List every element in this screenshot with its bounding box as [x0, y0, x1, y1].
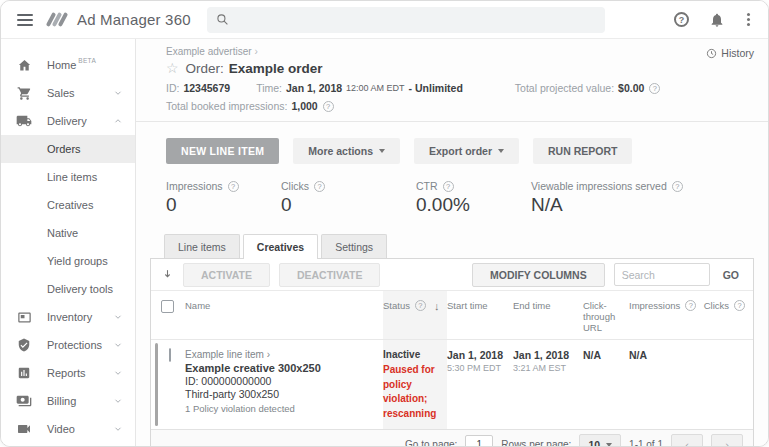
- metric-viewable-impressions: Viewable impressions served? N/A: [531, 180, 683, 216]
- help-tooltip-icon[interactable]: ?: [672, 181, 683, 192]
- chevron-down-icon: [113, 88, 123, 98]
- previous-page-button[interactable]: ‹: [671, 434, 703, 447]
- column-header-clicks[interactable]: Clicks?: [701, 291, 753, 339]
- more-actions-button[interactable]: More actions: [293, 138, 400, 164]
- metric-ctr: CTR? 0.00%: [416, 180, 531, 216]
- inventory-icon: [1, 310, 47, 325]
- cell-impressions: N/A: [629, 340, 701, 429]
- table-search-input[interactable]: [614, 263, 710, 286]
- row-checkbox[interactable]: [169, 348, 171, 362]
- order-id: 12345679: [183, 82, 230, 94]
- navigation-sidebar: Home BETA Sales Delivery Orders Line ite…: [1, 39, 136, 447]
- new-line-item-button[interactable]: NEW LINE ITEM: [166, 138, 279, 164]
- main-content: Example advertiser › History ☆ Order: Ex…: [136, 39, 768, 447]
- booked-impressions: 1,000: [291, 100, 317, 112]
- download-icon[interactable]: [161, 268, 174, 281]
- sidebar-item-delivery-tools[interactable]: Delivery tools: [1, 275, 135, 303]
- sidebar-item-home[interactable]: Home BETA: [1, 51, 135, 79]
- sidebar-item-creatives[interactable]: Creatives: [1, 191, 135, 219]
- cell-end-time: Jan 1, 2018 3:21 AM EST: [513, 340, 583, 429]
- sidebar-item-line-items[interactable]: Line items: [1, 163, 135, 191]
- help-tooltip-icon[interactable]: ?: [685, 300, 696, 311]
- sort-descending-icon[interactable]: ↓: [434, 300, 440, 312]
- order-title-label: Order:: [186, 61, 224, 76]
- help-tooltip-icon[interactable]: ?: [649, 83, 660, 94]
- tab-creatives[interactable]: Creatives: [243, 234, 318, 259]
- status-badge: Inactive: [383, 349, 441, 360]
- tab-line-items[interactable]: Line items: [164, 234, 240, 258]
- cart-icon: [1, 86, 47, 101]
- chevron-up-icon: [113, 116, 123, 126]
- line-item-link[interactable]: Example line item ›: [185, 349, 377, 360]
- column-header-impressions[interactable]: Impressions?: [629, 291, 701, 339]
- policy-violation-note: 1 Policy violation detected: [185, 403, 377, 414]
- modify-columns-button[interactable]: MODIFY COLUMNS: [472, 263, 605, 287]
- home-icon: [1, 58, 47, 73]
- ad-manager-window: Ad Manager 360 ? Home BETA Sales: [0, 0, 769, 447]
- breadcrumb-chevron-icon: ›: [254, 46, 257, 57]
- metrics-row: Impressions? 0 Clicks? 0 CTR? 0.00% View…: [166, 180, 768, 216]
- help-tooltip-icon[interactable]: ?: [415, 300, 426, 311]
- creative-name-link[interactable]: Example creative 300x250: [185, 362, 377, 374]
- beta-badge: BETA: [78, 57, 96, 64]
- help-icon[interactable]: ?: [674, 12, 689, 27]
- chevron-down-icon: [113, 424, 123, 434]
- cell-status: Inactive Paused for policy violation; re…: [383, 340, 447, 429]
- column-header-name[interactable]: Name: [185, 291, 383, 339]
- sidebar-item-yield-groups[interactable]: Yield groups: [1, 247, 135, 275]
- sidebar-item-delivery[interactable]: Delivery: [1, 107, 135, 135]
- top-app-bar: Ad Manager 360 ?: [1, 1, 768, 39]
- table-row[interactable]: Example line item › Example creative 300…: [151, 339, 753, 429]
- billing-icon: [1, 393, 47, 409]
- breadcrumb[interactable]: Example advertiser ›: [166, 46, 752, 57]
- cell-start-time: Jan 1, 2018 5:30 PM EDT: [447, 340, 513, 429]
- help-tooltip-icon[interactable]: ?: [314, 181, 325, 192]
- help-tooltip-icon[interactable]: ?: [323, 101, 334, 112]
- column-header-click-through-url[interactable]: Click-through URL: [583, 291, 629, 339]
- activate-button[interactable]: ACTIVATE: [183, 263, 270, 287]
- sidebar-item-reports[interactable]: Reports: [1, 359, 135, 387]
- dropdown-arrow-icon: [606, 443, 612, 447]
- column-header-start-time[interactable]: Start time: [447, 291, 513, 339]
- search-go-button[interactable]: GO: [719, 269, 743, 281]
- column-header-status[interactable]: Status?↓: [383, 291, 447, 339]
- sidebar-item-native[interactable]: Native: [1, 219, 135, 247]
- sidebar-item-billing[interactable]: Billing: [1, 387, 135, 415]
- run-report-button[interactable]: RUN REPORT: [533, 138, 632, 164]
- sidebar-item-orders[interactable]: Orders: [1, 135, 135, 163]
- go-to-page-label: Go to page:: [405, 439, 457, 447]
- export-order-button[interactable]: Export order: [414, 138, 519, 164]
- order-title-value: Example order: [229, 61, 323, 76]
- sidebar-item-sales[interactable]: Sales: [1, 79, 135, 107]
- cell-clicks: [701, 340, 753, 429]
- history-button[interactable]: History: [706, 47, 754, 59]
- sidebar-item-video[interactable]: Video: [1, 415, 135, 443]
- help-tooltip-icon[interactable]: ?: [734, 300, 745, 311]
- order-tabs: Line items Creatives Settings: [164, 233, 768, 258]
- sidebar-item-inventory[interactable]: Inventory: [1, 303, 135, 331]
- order-actions: NEW LINE ITEM More actions Export order …: [166, 138, 768, 164]
- help-tooltip-icon[interactable]: ?: [443, 181, 454, 192]
- notifications-bell-icon[interactable]: [709, 12, 725, 28]
- next-page-button[interactable]: ›: [711, 434, 743, 447]
- tab-settings[interactable]: Settings: [321, 234, 387, 258]
- bar-chart-icon: [1, 366, 47, 380]
- select-all-checkbox[interactable]: [161, 300, 174, 313]
- sidebar-item-protections[interactable]: Protections: [1, 331, 135, 359]
- global-search-box[interactable]: [207, 7, 605, 33]
- more-options-icon[interactable]: [745, 11, 752, 28]
- help-tooltip-icon[interactable]: ?: [228, 181, 239, 192]
- rows-per-page-label: Rows per page:: [501, 439, 571, 447]
- deactivate-button[interactable]: DEACTIVATE: [279, 263, 381, 287]
- star-favorite-icon[interactable]: ☆: [166, 60, 179, 76]
- metric-impressions: Impressions? 0: [166, 180, 281, 216]
- vertical-scrollbar[interactable]: [155, 343, 158, 426]
- menu-icon[interactable]: [17, 14, 33, 26]
- video-camera-icon: [1, 421, 47, 437]
- page-number-input[interactable]: [465, 435, 493, 447]
- global-search-input[interactable]: [236, 14, 596, 26]
- rows-per-page-select[interactable]: 10: [579, 434, 621, 447]
- ad-manager-logo-icon: [49, 12, 65, 27]
- column-header-end-time[interactable]: End time: [513, 291, 583, 339]
- cell-click-through-url: N/A: [583, 340, 629, 429]
